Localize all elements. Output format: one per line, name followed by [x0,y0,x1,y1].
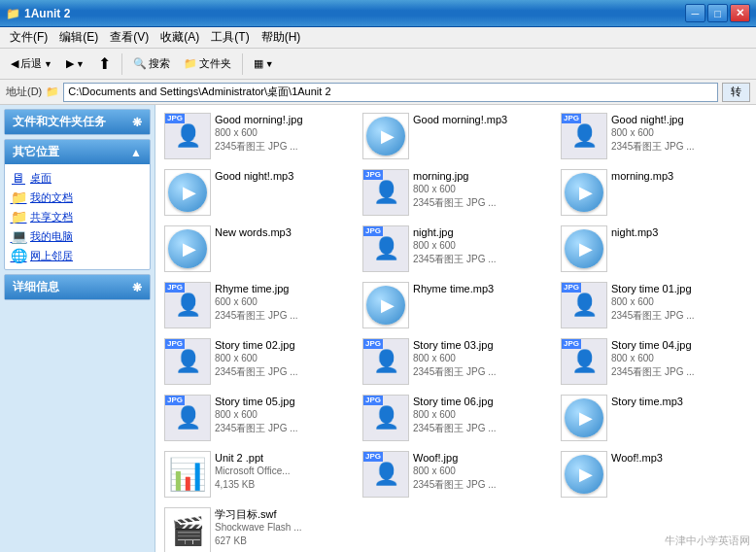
mp3-play-button: ▶ [168,229,207,268]
title-bar-icon: 📁 [6,7,20,20]
file-thumb: JPG 👤 [164,395,211,441]
file-meta1: 800 x 600 [611,295,747,309]
mydocs-label: 我的文档 [30,190,73,205]
forward-arrow-icon: ▶ [66,57,74,70]
places-header[interactable]: 其它位置 ▲ [5,140,150,164]
file-item[interactable]: ▶ Rhyme time.mp3 [358,278,554,332]
file-info: Woof!.mp3 [611,451,747,465]
file-item[interactable]: JPG 👤 night.jpg 800 x 6002345看图王 JPG ... [358,222,554,276]
menu-view[interactable]: 查看(V) [104,27,155,48]
file-info: 学习目标.swf Shockwave Flash ...627 KB [215,507,351,548]
address-bar: 地址(D) 📁 C:\Documents and Settings\Admini… [0,80,756,105]
up-button[interactable]: ⬆ [93,52,116,76]
file-thumb: 📊 [164,451,211,498]
jpg-badge: JPG [363,170,383,180]
file-item[interactable]: JPG 👤 Rhyme time.jpg 600 x 6002345看图王 JP… [159,278,356,332]
file-meta1: 800 x 600 [215,352,351,365]
address-go-button[interactable]: 转 [722,83,750,102]
file-item[interactable]: ▶ Good night!.mp3 [159,165,356,220]
menu-edit[interactable]: 编辑(E) [53,27,104,48]
shareddocs-label: 共享文档 [30,210,73,224]
file-info: Rhyme time.mp3 [413,282,549,295]
file-name: Good night!.jpg [611,113,747,126]
file-name: Story time 05.jpg [215,395,351,408]
file-thumb: ▶ [561,451,607,498]
file-item[interactable]: ▶ morning.mp3 [556,165,752,220]
file-name: night.jpg [413,225,549,239]
file-item[interactable]: ▶ Story time.mp3 [556,391,752,445]
file-item[interactable]: JPG 👤 Story time 02.jpg 800 x 6002345看图王… [159,334,356,389]
file-thumb: 🎬 [164,507,211,552]
file-name: Story time 01.jpg [611,282,747,295]
places-section: 其它位置 ▲ 🖥 桌面 📁 我的文档 📁 共享文档 💻 我的电 [4,139,151,270]
jpg-thumbnail: JPG 👤 [362,169,409,216]
main-layout: 文件和文件夹任务 ❋ 其它位置 ▲ 🖥 桌面 📁 我的文档 📁 [0,105,756,552]
mp3-play-button: ▶ [366,286,405,325]
file-name: night.mp3 [611,225,747,239]
menu-help[interactable]: 帮助(H) [256,27,307,48]
address-input[interactable]: C:\Documents and Settings\Administrator\… [63,83,718,102]
file-thumb: JPG 👤 [164,113,211,159]
sidebar-item-mydocs[interactable]: 📁 我的文档 [11,188,144,207]
file-meta2: 2345看图王 JPG ... [611,309,747,323]
view-dropdown-icon[interactable]: ▼ [265,59,274,69]
file-item[interactable]: ▶ night.mp3 [556,222,752,276]
back-dropdown-icon[interactable]: ▼ [44,59,52,69]
menu-file[interactable]: 文件(F) [4,27,53,48]
folders-label: 文件夹 [199,56,231,71]
menu-bar: 文件(F) 编辑(E) 查看(V) 收藏(A) 工具(T) 帮助(H) [0,27,756,49]
file-item[interactable]: JPG 👤 Story time 01.jpg 800 x 6002345看图王… [556,278,752,332]
file-info: Good night!.jpg 800 x 6002345看图王 JPG ... [611,113,747,154]
desktop-label: 桌面 [30,171,52,186]
maximize-button[interactable]: □ [707,4,728,22]
toolbar-separator-2 [242,53,243,75]
file-meta1: 800 x 600 [413,408,549,422]
file-item[interactable]: ▶ New words.mp3 [159,222,356,276]
ppt-icon: 📊 [168,456,207,493]
mp3-play-button: ▶ [565,229,603,268]
tasks-header[interactable]: 文件和文件夹任务 ❋ [5,110,150,134]
view-button[interactable]: ▦ ▼ [249,54,279,73]
file-info: Story time 02.jpg 800 x 6002345看图王 JPG .… [215,338,351,379]
toolbar-separator-1 [121,53,122,75]
menu-tools[interactable]: 工具(T) [205,27,255,48]
file-item[interactable]: JPG 👤 Story time 06.jpg 800 x 6002345看图王… [358,391,554,445]
file-name: morning.jpg [413,169,549,183]
mydocs-icon: 📁 [11,190,26,205]
file-item[interactable]: JPG 👤 Woof!.jpg 800 x 6002345看图王 JPG ... [358,447,554,501]
toolbar: ◀ 后退 ▼ ▶ ▼ ⬆ 🔍 搜索 📁 文件夹 ▦ ▼ [0,49,756,80]
sidebar-item-mycomputer[interactable]: 💻 我的电脑 [11,226,144,246]
file-item[interactable]: 📊 Unit 2 .ppt Microsoft Office...4,135 K… [159,447,356,501]
back-button[interactable]: ◀ 后退 ▼ [6,53,57,74]
details-header[interactable]: 详细信息 ❋ [5,275,150,299]
jpg-thumbnail: JPG 👤 [164,338,211,385]
sidebar-item-shareddocs[interactable]: 📁 共享文档 [11,207,144,226]
file-item[interactable]: 🎬 学习目标.swf Shockwave Flash ...627 KB [159,503,356,552]
folders-button[interactable]: 📁 文件夹 [179,53,236,74]
file-item[interactable]: JPG 👤 Story time 04.jpg 800 x 6002345看图王… [556,334,752,389]
file-item[interactable]: JPG 👤 Story time 05.jpg 800 x 6002345看图王… [159,391,356,445]
jpg-badge: JPG [165,283,185,293]
file-info: morning.mp3 [611,169,747,183]
file-name: Woof!.mp3 [611,451,747,465]
minimize-button[interactable]: ─ [685,4,705,22]
jpg-badge: JPG [165,396,185,405]
details-collapse-icon: ❋ [132,281,142,294]
sidebar-item-network[interactable]: 🌐 网上邻居 [11,246,144,265]
file-item[interactable]: JPG 👤 morning.jpg 800 x 6002345看图王 JPG .… [358,165,554,220]
forward-button[interactable]: ▶ ▼ [61,54,89,73]
file-thumb: ▶ [164,225,211,272]
forward-dropdown-icon[interactable]: ▼ [76,59,85,69]
sidebar-item-desktop[interactable]: 🖥 桌面 [11,168,144,188]
menu-favorites[interactable]: 收藏(A) [155,27,205,48]
file-item[interactable]: JPG 👤 Good night!.jpg 800 x 6002345看图王 J… [556,109,752,163]
file-thumb: JPG 👤 [362,169,409,216]
file-item[interactable]: ▶ Woof!.mp3 [556,447,752,501]
file-info: Unit 2 .ppt Microsoft Office...4,135 KB [215,451,351,492]
search-button[interactable]: 🔍 搜索 [128,53,175,74]
details-header-label: 详细信息 [13,279,59,295]
close-button[interactable]: ✕ [730,4,750,22]
file-item[interactable]: ▶ Good morning!.mp3 [358,109,554,163]
file-item[interactable]: JPG 👤 Good morning!.jpg 800 x 6002345看图王… [159,109,356,163]
file-item[interactable]: JPG 👤 Story time 03.jpg 800 x 6002345看图王… [358,334,554,389]
